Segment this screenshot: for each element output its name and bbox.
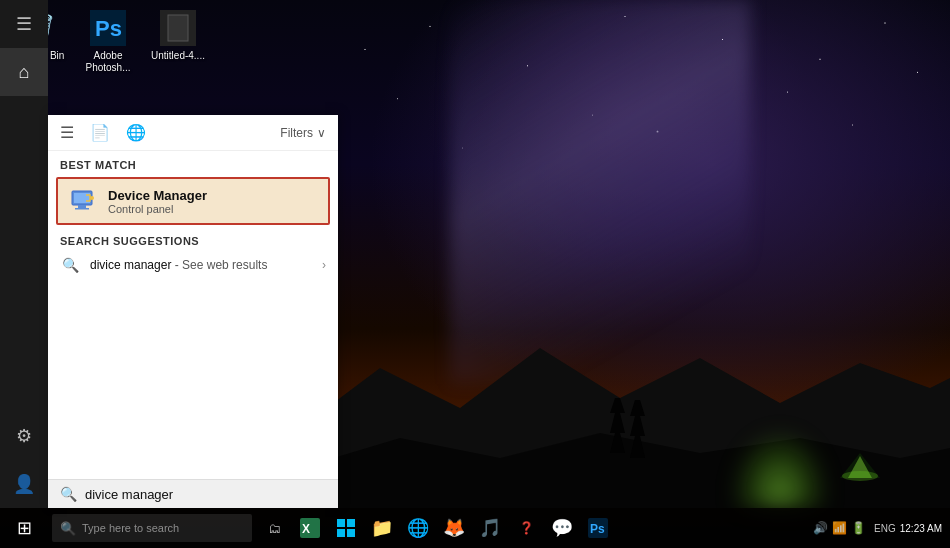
photoshop-icon[interactable]: Ps Adobe Photosh... xyxy=(78,8,138,74)
sidebar: ☰ ⌂ ⚙ 👤 xyxy=(0,0,48,508)
svg-rect-13 xyxy=(347,519,355,527)
suggestion-query: divice manager xyxy=(90,258,171,272)
svg-text:X: X xyxy=(302,522,310,536)
search-header-menu-icon[interactable]: ☰ xyxy=(60,123,74,142)
taskbar-excel-icon[interactable]: X xyxy=(292,508,328,548)
photoshop-label: Adobe Photosh... xyxy=(78,50,138,74)
search-filters-button[interactable]: Filters ∨ xyxy=(280,126,326,140)
taskbar-volume-icon[interactable]: 📶 xyxy=(832,521,847,535)
tent-glow-decoration xyxy=(730,428,830,508)
svg-rect-8 xyxy=(75,208,89,210)
search-suggestions-label: Search suggestions xyxy=(48,227,338,251)
search-header-web-icon[interactable]: 🌐 xyxy=(126,123,146,142)
untitled-icon[interactable]: Untitled-4.... xyxy=(148,8,208,74)
svg-text:Ps: Ps xyxy=(590,522,605,536)
suggestion-text-0: divice manager - See web results xyxy=(90,258,312,272)
suggestion-arrow-icon: › xyxy=(322,258,326,272)
search-header-doc-icon[interactable]: 📄 xyxy=(90,123,110,142)
best-match-info: Device Manager Control panel xyxy=(108,188,207,215)
best-match-label: Best match xyxy=(48,151,338,175)
sidebar-home-icon[interactable]: ⌂ xyxy=(0,48,48,96)
taskbar-system-tray: 🔊 📶 🔋 ENG 12:23 AM xyxy=(805,521,950,535)
svg-rect-12 xyxy=(337,519,345,527)
taskbar-music-icon[interactable]: 🎵 xyxy=(472,508,508,548)
svg-rect-15 xyxy=(347,529,355,537)
search-input-area: 🔍 xyxy=(48,479,338,508)
untitled-image xyxy=(158,8,198,48)
sidebar-bottom-section: ⚙ 👤 xyxy=(0,412,48,508)
svg-rect-4 xyxy=(168,15,188,41)
svg-rect-7 xyxy=(78,205,86,208)
taskbar-windows-icon[interactable] xyxy=(328,508,364,548)
sidebar-menu-icon[interactable]: ☰ xyxy=(0,0,48,48)
search-input[interactable] xyxy=(85,487,326,502)
filters-arrow-icon: ∨ xyxy=(317,126,326,140)
taskbar-app-icons: 🗂 X 📁 🌐 🦊 🎵 ❓ 💬 Ps xyxy=(256,508,616,548)
sidebar-settings-icon[interactable]: ⚙ xyxy=(0,412,48,460)
taskbar-network-icon[interactable]: 🔊 xyxy=(813,521,828,535)
search-web-icon: 🔍 xyxy=(60,257,80,273)
svg-point-9 xyxy=(90,196,94,200)
taskbar-firefox-icon[interactable]: 🦊 xyxy=(436,508,472,548)
taskbar-browser-icon[interactable]: 🌐 xyxy=(400,508,436,548)
taskbar-search-box[interactable]: 🔍 Type here to search xyxy=(52,514,252,542)
taskbar-battery-icon[interactable]: 🔋 xyxy=(851,521,866,535)
search-panel-header: ☰ 📄 🌐 Filters ∨ xyxy=(48,115,338,151)
search-panel-empty-space xyxy=(48,279,338,479)
taskbar-search-placeholder: Type here to search xyxy=(82,522,179,534)
search-input-search-icon: 🔍 xyxy=(60,486,77,502)
taskbar-explorer-icon[interactable]: 📁 xyxy=(364,508,400,548)
best-match-item[interactable]: Device Manager Control panel xyxy=(56,177,330,225)
taskbar-clock: 12:23 AM xyxy=(900,522,942,535)
search-panel: ☰ 📄 🌐 Filters ∨ Best match Device Manage… xyxy=(48,115,338,508)
taskbar-taskview-button[interactable]: 🗂 xyxy=(256,508,292,548)
taskbar-app1-icon[interactable]: ❓ xyxy=(508,508,544,548)
untitled-label: Untitled-4.... xyxy=(151,50,205,62)
taskbar-search-icon: 🔍 xyxy=(60,521,76,536)
taskbar: ⊞ 🔍 Type here to search 🗂 X 📁 🌐 🦊 🎵 ❓ 💬 … xyxy=(0,508,950,548)
landscape-decoration xyxy=(300,308,950,508)
best-match-subtitle: Control panel xyxy=(108,203,207,215)
taskbar-messaging-icon[interactable]: 💬 xyxy=(544,508,580,548)
best-match-title: Device Manager xyxy=(108,188,207,203)
taskbar-time[interactable]: 12:23 AM xyxy=(900,522,942,535)
device-manager-icon xyxy=(70,187,98,215)
svg-text:Ps: Ps xyxy=(95,16,122,41)
taskbar-language[interactable]: ENG xyxy=(874,523,896,534)
svg-point-0 xyxy=(842,471,878,481)
search-suggestion-item-0[interactable]: 🔍 divice manager - See web results › xyxy=(48,251,338,279)
filters-label: Filters xyxy=(280,126,313,140)
taskbar-photoshop-icon[interactable]: Ps xyxy=(580,508,616,548)
photoshop-image: Ps xyxy=(88,8,128,48)
sidebar-user-icon[interactable]: 👤 xyxy=(0,460,48,508)
taskbar-start-button[interactable]: ⊞ xyxy=(0,508,48,548)
suggestion-link-0: - See web results xyxy=(175,258,268,272)
svg-rect-14 xyxy=(337,529,345,537)
